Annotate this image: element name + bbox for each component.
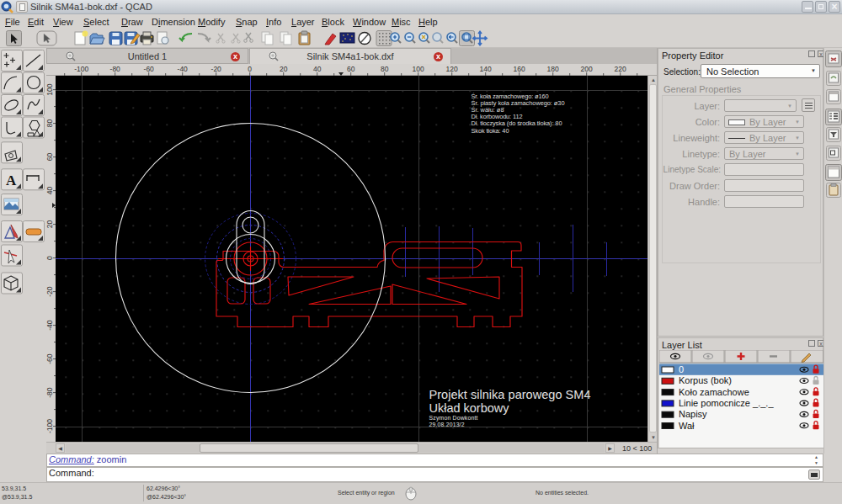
svg-text:40: 40	[313, 65, 322, 73]
svg-text:20: 20	[46, 220, 54, 229]
svg-text:80: 80	[46, 119, 54, 128]
svg-text:0: 0	[679, 364, 684, 374]
svg-text:-40: -40	[178, 65, 189, 73]
svg-text:-80: -80	[46, 387, 54, 398]
svg-text:-100: -100	[74, 65, 88, 73]
svg-text:-20: -20	[211, 65, 222, 73]
svg-text:Układ korbowy: Układ korbowy	[429, 401, 510, 415]
svg-text:-80: -80	[110, 65, 121, 73]
svg-text:60: 60	[347, 65, 355, 73]
svg-text:Projekt silnika parowego SM4: Projekt silnika parowego SM4	[429, 388, 591, 401]
svg-text:Linie pomocnicze _._._: Linie pomocnicze _._._	[679, 398, 774, 408]
svg-text:100: 100	[413, 65, 424, 73]
svg-text:220: 220	[615, 65, 626, 73]
svg-text:100: 100	[46, 83, 54, 95]
svg-text:0: 0	[46, 256, 54, 260]
svg-text:120: 120	[446, 65, 458, 73]
svg-text:160: 160	[514, 65, 525, 73]
svg-text:180: 180	[547, 65, 559, 73]
svg-text:20: 20	[280, 65, 288, 73]
svg-text:Szymon Dowkontt: Szymon Dowkontt	[429, 415, 478, 422]
svg-text:40: 40	[46, 187, 54, 195]
svg-text:Skok tłoka: 40: Skok tłoka: 40	[472, 127, 509, 135]
svg-text:Wał: Wał	[679, 421, 695, 431]
svg-text:-100: -100	[46, 419, 54, 433]
svg-text:Napisy: Napisy	[679, 409, 707, 419]
svg-text:Koło zamachowe: Koło zamachowe	[679, 387, 749, 397]
svg-text:-60: -60	[144, 65, 155, 73]
svg-text:140: 140	[480, 65, 492, 73]
svg-text:Korpus (bok): Korpus (bok)	[679, 375, 732, 385]
svg-text:60: 60	[46, 153, 54, 162]
svg-text:-40: -40	[46, 320, 54, 331]
svg-text:29.08.2013/2: 29.08.2013/2	[429, 422, 465, 427]
svg-text:A: A	[6, 172, 17, 188]
svg-text:-20: -20	[46, 286, 54, 297]
svg-text:80: 80	[381, 65, 389, 73]
svg-text:200: 200	[581, 65, 593, 73]
svg-text:0: 0	[248, 65, 252, 73]
svg-text:-60: -60	[46, 353, 54, 364]
